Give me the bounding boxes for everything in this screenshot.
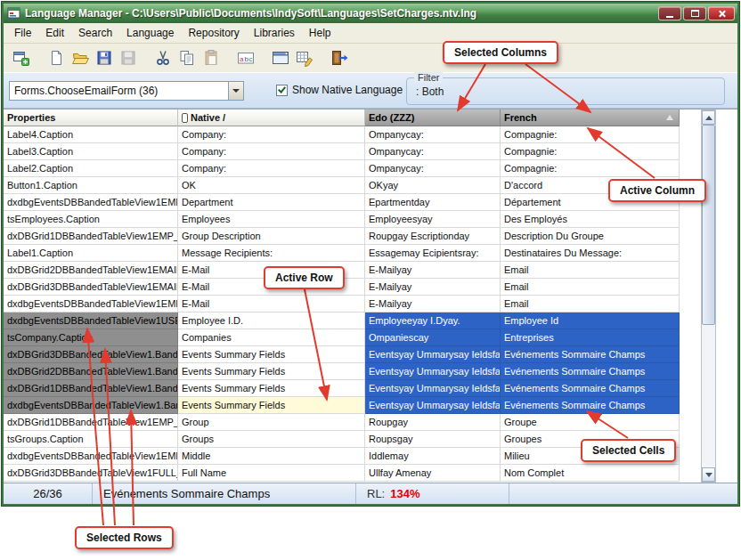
grid-cell-native[interactable]: Groups: [178, 431, 365, 448]
grid-cell-french[interactable]: Compagnie:: [501, 160, 680, 177]
vertical-scrollbar[interactable]: [701, 110, 716, 483]
grid-cell-french[interactable]: Nom Complet: [501, 465, 680, 482]
grid-cell-edo[interactable]: E-Mailyay: [365, 279, 501, 296]
grid-cell-edo[interactable]: E-Mailyay: [365, 262, 501, 279]
toolbar-new-form-button[interactable]: [9, 46, 33, 69]
maximize-button[interactable]: [683, 6, 706, 20]
toolbar-paste-button[interactable]: [199, 46, 223, 69]
menu-repository[interactable]: Repository: [181, 24, 246, 42]
column-header-french[interactable]: French: [501, 110, 680, 126]
grid-cell-property[interactable]: dxdbgEventsDBBandedTableView1USEF: [4, 312, 178, 329]
grid-cell-property[interactable]: dxdbgEventsDBBandedTableView1EMP_: [4, 296, 178, 312]
grid-cell-native[interactable]: Group: [178, 414, 365, 431]
toolbar-cut-button[interactable]: [151, 46, 175, 69]
grid-cell-native[interactable]: Events Summary Fields: [178, 380, 365, 397]
grid-cell-native[interactable]: Middle: [178, 448, 365, 465]
grid-cell-edo[interactable]: Essagemay Ecipientsray:: [365, 245, 501, 262]
grid-cell-edo[interactable]: Iddlemay: [365, 448, 501, 465]
toolbar-open-button[interactable]: [68, 46, 92, 69]
grid-cell-edo[interactable]: OKyay: [365, 177, 501, 194]
scroll-down-button[interactable]: [702, 467, 715, 482]
grid-cell-french[interactable]: Compagnie:: [501, 143, 680, 160]
grid-cell-property[interactable]: dxDBGrid3DBBandedTableView1EMAIL1: [4, 279, 178, 296]
scroll-up-button[interactable]: [702, 110, 715, 125]
grid-cell-property[interactable]: Label2.Caption: [4, 160, 178, 177]
grid-cell-french[interactable]: Email: [501, 296, 680, 312]
grid-cell-edo[interactable]: Roupgay Escriptionday: [365, 228, 501, 245]
grid-cell-native[interactable]: E-Mail: [178, 296, 365, 312]
grid-cell-native[interactable]: Group Description: [178, 228, 365, 245]
grid-cell-french[interactable]: Groupe: [501, 414, 680, 431]
form-selector[interactable]: Forms.ChooseEmailForm (36): [9, 81, 244, 101]
grid-cell-property[interactable]: tsGroups.Caption: [4, 431, 178, 448]
grid-cell-french[interactable]: Evénements Sommaire Champs: [501, 363, 680, 380]
grid-cell-native[interactable]: Company:: [178, 126, 365, 143]
grid-cell-edo[interactable]: Eventsyay Ummarysay Ieldsfa: [365, 346, 501, 363]
toolbar-copy-button[interactable]: [175, 46, 199, 69]
grid-cell-native[interactable]: Company:: [178, 160, 365, 177]
column-header-properties[interactable]: Properties: [4, 110, 178, 126]
grid-cell-french[interactable]: Email: [501, 262, 680, 279]
toolbar-new-button[interactable]: [44, 46, 68, 69]
grid-cell-property[interactable]: dxDBGrid2DBBandedTableView1.Bands: [4, 363, 178, 380]
menu-libraries[interactable]: Libraries: [247, 24, 302, 42]
grid-cell-edo[interactable]: Ompanycay:: [365, 160, 501, 177]
grid-cell-native[interactable]: Message Recipients:: [178, 245, 365, 262]
grid-cell-native[interactable]: OK: [178, 177, 365, 194]
grid-cell-native[interactable]: Companies: [178, 329, 365, 346]
grid-cell-native[interactable]: Department: [178, 194, 365, 211]
grid-cell-property[interactable]: dxdbgEventsDBBandedTableView1EMP_: [4, 448, 178, 465]
menu-edit[interactable]: Edit: [38, 24, 71, 42]
toolbar-save-all-button[interactable]: [116, 46, 140, 69]
grid-cell-french[interactable]: Des Employés: [501, 211, 680, 228]
grid-cell-property[interactable]: Label4.Caption: [4, 126, 178, 143]
grid-cell-edo[interactable]: Employeesyay: [365, 211, 501, 228]
grid-cell-french[interactable]: Entreprises: [501, 329, 680, 346]
grid-cell-property[interactable]: dxDBGrid1DBBandedTableView1EMP_G: [4, 414, 178, 431]
menu-language[interactable]: Language: [119, 24, 181, 42]
grid-cell-edo[interactable]: E-Mailyay: [365, 296, 501, 312]
grid-cell-property[interactable]: Label3.Caption: [4, 143, 178, 160]
grid-cell-edo[interactable]: Ompanycay:: [365, 126, 501, 143]
grid-cell-property[interactable]: tsCompany.Caption: [4, 329, 178, 346]
grid-cell-property[interactable]: Button1.Caption: [4, 177, 178, 194]
grid-cell-property[interactable]: dxDBGrid1DBBandedTableView1EMP_G: [4, 228, 178, 245]
grid-cell-native[interactable]: Company:: [178, 143, 365, 160]
grid-cell-edo[interactable]: Roupsgay: [365, 431, 501, 448]
grid-cell-property[interactable]: dxdbgEventsDBBandedTableView1EMP_: [4, 194, 178, 211]
grid-cell-property[interactable]: dxDBGrid2DBBandedTableView1EMAIL1: [4, 262, 178, 279]
grid-cell-french[interactable]: Description Du Groupe: [501, 228, 680, 245]
grid-cell-french[interactable]: Evénements Sommaire Champs: [501, 397, 680, 414]
toolbar-window-button[interactable]: [268, 46, 292, 69]
form-selector-dropdown-button[interactable]: [228, 82, 243, 100]
grid-cell-native[interactable]: Full Name: [178, 465, 365, 482]
grid-cell-property[interactable]: dxDBGrid1DBBandedTableView1.Bands: [4, 380, 178, 397]
grid-cell-property[interactable]: dxdbgEventsDBBandedTableView1.Ban: [4, 397, 178, 414]
toolbar-exit-button[interactable]: [327, 46, 351, 69]
grid-cell-native[interactable]: Events Summary Fields: [178, 363, 365, 380]
grid-cell-french[interactable]: Evénements Sommaire Champs: [501, 380, 680, 397]
grid-cell-french[interactable]: Email: [501, 279, 680, 296]
grid-cell-edo[interactable]: Ompaniescay: [365, 329, 501, 346]
grid-cell-edo[interactable]: Ompanycay:: [365, 143, 501, 160]
grid-cell-edo[interactable]: Eventsyay Ummarysay Ieldsfa: [365, 397, 501, 414]
grid-cell-edo[interactable]: Roupgay: [365, 414, 501, 431]
toolbar-save-button[interactable]: [92, 46, 116, 69]
show-native-checkbox[interactable]: Show Native Language: [276, 84, 403, 96]
grid-cell-edo[interactable]: Employeeyay I.Dyay.: [365, 312, 501, 329]
grid-cell-property[interactable]: Label1.Caption: [4, 245, 178, 262]
grid-cell-property[interactable]: dxDBGrid3DBBandedTableView1FULL_: [4, 465, 178, 482]
menu-search[interactable]: Search: [71, 24, 119, 42]
column-header-edo[interactable]: Edo (ZZZ): [365, 110, 501, 126]
grid-cell-french[interactable]: Destinataires Du Message:: [501, 245, 680, 262]
menu-help[interactable]: Help: [302, 24, 338, 42]
scrollbar-thumb[interactable]: [702, 125, 715, 325]
close-button[interactable]: [708, 6, 735, 20]
grid-cell-native[interactable]: Employee I.D.: [178, 312, 365, 329]
grid-cell-property[interactable]: tsEmployees.Caption: [4, 211, 178, 228]
column-header-native[interactable]: Native /: [178, 110, 365, 126]
grid-cell-native[interactable]: Events Summary Fields: [178, 346, 365, 363]
grid-cell-property[interactable]: dxDBGrid3DBBandedTableView1.Bands: [4, 346, 178, 363]
grid-cell-edo[interactable]: Ullfay Amenay: [365, 465, 501, 482]
grid-cell-native[interactable]: Employees: [178, 211, 365, 228]
